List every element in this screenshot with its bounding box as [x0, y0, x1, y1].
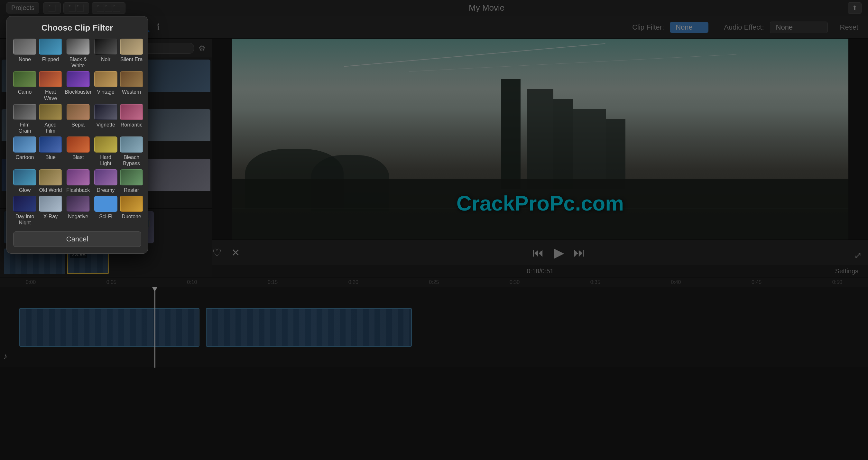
filter-item-heatwave[interactable]: Heat Wave	[39, 71, 62, 101]
filter-thumb-glow	[13, 169, 36, 185]
filter-modal: Choose Clip Filter NoneFlippedBlack & Wh…	[6, 16, 148, 254]
filter-thumb-none	[13, 39, 36, 55]
filter-thumb-bleach	[120, 137, 143, 152]
filter-item-xray[interactable]: X-Ray	[39, 196, 62, 226]
filter-thumb-oldworld	[39, 169, 62, 185]
filter-item-dreamy[interactable]: Dreamy	[94, 169, 117, 193]
filter-name-vignette: Vignette	[96, 122, 115, 128]
filter-modal-overlay: Choose Clip Filter NoneFlippedBlack & Wh…	[0, 0, 868, 460]
filter-thumb-agedfilm	[39, 104, 62, 120]
filter-thumb-filmgrain	[13, 104, 36, 120]
filter-name-sepia: Sepia	[71, 122, 85, 128]
filter-name-noir: Noir	[101, 56, 110, 62]
filter-item-blast[interactable]: Blast	[65, 137, 92, 166]
filter-thumb-heatwave	[39, 71, 62, 87]
filter-thumb-hardlight	[94, 137, 117, 152]
filter-modal-title: Choose Clip Filter	[13, 23, 141, 33]
filter-name-silent: Silent Era	[120, 56, 143, 62]
filter-name-flipped: Flipped	[42, 56, 59, 62]
filter-name-vintage: Vintage	[97, 89, 115, 95]
filter-thumb-scifi	[94, 196, 117, 212]
filter-thumb-cartoon	[13, 137, 36, 152]
filter-thumb-vignette	[94, 104, 117, 120]
filter-item-sepia[interactable]: Sepia	[65, 104, 92, 134]
filter-name-romantic: Romantic	[121, 122, 143, 128]
filter-name-negative: Negative	[68, 213, 88, 220]
filter-name-oldworld: Old World	[39, 187, 62, 193]
filter-item-daynight[interactable]: Day into Night	[13, 196, 36, 226]
filter-thumb-western	[120, 71, 143, 87]
filter-item-raster[interactable]: Raster	[120, 169, 143, 193]
filter-name-flashback: Flashback	[66, 187, 90, 193]
filter-grid: NoneFlippedBlack & WhiteNoirSilent EraCa…	[13, 39, 141, 226]
filter-name-camo: Camo	[18, 89, 32, 95]
filter-item-silent[interactable]: Silent Era	[120, 39, 143, 68]
filter-name-xray: X-Ray	[43, 213, 58, 220]
filter-item-bw[interactable]: Black & White	[65, 39, 92, 68]
filter-item-blue[interactable]: Blue	[39, 137, 62, 166]
filter-item-flipped[interactable]: Flipped	[39, 39, 62, 68]
filter-item-blockbuster[interactable]: Blockbuster	[65, 71, 92, 101]
filter-name-heatwave: Heat Wave	[39, 89, 62, 101]
filter-item-none[interactable]: None	[13, 39, 36, 68]
filter-thumb-sepia	[67, 104, 90, 120]
filter-thumb-xray	[39, 196, 62, 212]
filter-cancel-button[interactable]: Cancel	[13, 231, 141, 247]
filter-item-negative[interactable]: Negative	[65, 196, 92, 226]
filter-name-blockbuster: Blockbuster	[65, 89, 92, 95]
filter-thumb-duotone	[120, 196, 143, 212]
filter-thumb-blast	[67, 137, 90, 152]
filter-name-blue: Blue	[45, 154, 56, 160]
filter-item-bleach[interactable]: Bleach Bypass	[120, 137, 143, 166]
filter-thumb-negative	[67, 196, 90, 212]
filter-thumb-flipped	[39, 39, 62, 55]
filter-item-oldworld[interactable]: Old World	[39, 169, 62, 193]
filter-name-bw: Black & White	[65, 56, 92, 68]
filter-thumb-bw	[67, 39, 90, 55]
filter-name-duotone: Duotone	[122, 213, 141, 220]
filter-item-vintage[interactable]: Vintage	[94, 71, 117, 101]
filter-name-glow: Glow	[19, 187, 31, 193]
filter-name-filmgrain: Film Grain	[13, 122, 36, 134]
filter-thumb-daynight	[13, 196, 36, 212]
filter-item-noir[interactable]: Noir	[94, 39, 117, 68]
filter-item-vignette[interactable]: Vignette	[94, 104, 117, 134]
filter-item-cartoon[interactable]: Cartoon	[13, 137, 36, 166]
filter-thumb-silent	[120, 39, 143, 55]
filter-item-romantic[interactable]: Romantic	[120, 104, 143, 134]
filter-name-none: None	[19, 56, 31, 62]
filter-name-bleach: Bleach Bypass	[120, 154, 143, 166]
filter-name-raster: Raster	[124, 187, 139, 193]
filter-thumb-romantic	[120, 104, 143, 120]
filter-item-agedfilm[interactable]: Aged Film	[39, 104, 62, 134]
filter-name-cartoon: Cartoon	[16, 154, 34, 160]
filter-name-daynight: Day into Night	[13, 213, 36, 226]
filter-thumb-blue	[39, 137, 62, 152]
filter-thumb-dreamy	[94, 169, 117, 185]
filter-item-filmgrain[interactable]: Film Grain	[13, 104, 36, 134]
filter-item-duotone[interactable]: Duotone	[120, 196, 143, 226]
filter-item-flashback[interactable]: Flashback	[65, 169, 92, 193]
filter-name-dreamy: Dreamy	[97, 187, 115, 193]
filter-thumb-vintage	[94, 71, 117, 87]
filter-name-agedfilm: Aged Film	[39, 122, 62, 134]
filter-item-scifi[interactable]: Sci-Fi	[94, 196, 117, 226]
filter-name-blast: Blast	[72, 154, 84, 160]
filter-thumb-flashback	[67, 169, 90, 185]
filter-item-camo[interactable]: Camo	[13, 71, 36, 101]
filter-item-western[interactable]: Western	[120, 71, 143, 101]
filter-thumb-camo	[13, 71, 36, 87]
filter-thumb-blockbuster	[67, 71, 90, 87]
filter-item-glow[interactable]: Glow	[13, 169, 36, 193]
filter-name-scifi: Sci-Fi	[99, 213, 112, 220]
filter-name-hardlight: Hard Light	[94, 154, 117, 166]
filter-thumb-noir	[94, 39, 117, 55]
filter-name-western: Western	[122, 89, 141, 95]
filter-item-hardlight[interactable]: Hard Light	[94, 137, 117, 166]
filter-thumb-raster	[120, 169, 143, 185]
